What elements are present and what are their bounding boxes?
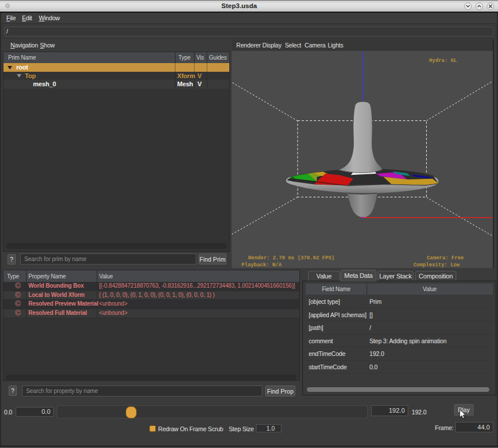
svg-text:Camera: Free: Camera: Free: [427, 255, 464, 261]
svg-text:Render: 2.70 ms (370.92 FPS): Render: 2.70 ms (370.92 FPS): [248, 255, 335, 261]
svg-text:Hydra: GL: Hydra: GL: [429, 58, 457, 64]
svg-text:Complexity: Low: Complexity: Low: [413, 262, 460, 268]
svg-text:Playback: N/A: Playback: N/A: [241, 262, 282, 268]
